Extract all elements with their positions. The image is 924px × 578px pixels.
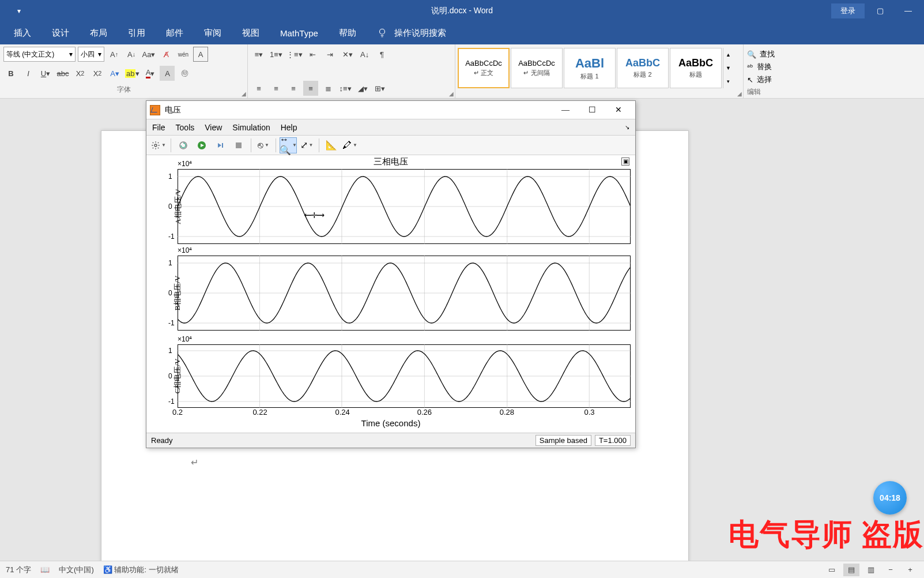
styles-gallery[interactable]: AaBbCcDc↵ 正文 AaBbCcDc↵ 无间隔 AaBl标题 1 AaBb… xyxy=(457,46,742,91)
line-spacing-button[interactable]: ↕≡▾ xyxy=(338,81,353,96)
style-normal[interactable]: AaBbCcDc↵ 正文 xyxy=(458,48,510,88)
tab-design[interactable]: 设计 xyxy=(50,27,71,40)
enclose-characters-button[interactable]: ㊞ xyxy=(177,66,192,81)
underline-button[interactable]: U▾ xyxy=(38,66,53,81)
character-shading-button[interactable]: A xyxy=(160,66,175,81)
cursor-measurements-button[interactable]: 🖍▼ xyxy=(341,137,359,153)
scope-close-button[interactable]: ✕ xyxy=(605,102,632,119)
style-no-spacing[interactable]: AaBbCcDc↵ 无间隔 xyxy=(511,48,563,88)
run-button[interactable] xyxy=(193,137,210,153)
increase-font-button[interactable]: A↑ xyxy=(107,47,122,62)
increase-indent-button[interactable]: ⇥ xyxy=(323,47,338,62)
show-paragraph-marks-button[interactable]: ¶ xyxy=(375,47,390,62)
scope-menu-bar: File Tools View Simulation Help ↘ xyxy=(146,119,635,136)
strikethrough-button[interactable]: abc xyxy=(55,66,70,81)
menu-simulation[interactable]: Simulation xyxy=(232,123,270,132)
text-effects-button[interactable]: A▾ xyxy=(107,66,122,81)
align-right-button[interactable]: ≡ xyxy=(286,81,301,96)
settings-button[interactable]: ▼ xyxy=(150,137,167,153)
svg-point-0 xyxy=(379,29,384,34)
tab-references[interactable]: 引用 xyxy=(126,27,148,40)
web-layout-button[interactable]: ▥ xyxy=(863,564,879,576)
zoom-out-button[interactable]: − xyxy=(882,564,899,576)
step-back-button[interactable] xyxy=(175,137,192,153)
tab-help[interactable]: 帮助 xyxy=(337,27,359,40)
multilevel-list-button[interactable]: ⋮≡▾ xyxy=(286,47,303,62)
font-name-combo[interactable]: 等线 (中文正文)▾ xyxy=(3,47,76,62)
find-button[interactable]: 🔍查找 xyxy=(747,48,786,61)
document-title: 说明.docx - Word xyxy=(431,6,493,16)
collapse-icon[interactable]: ▣ xyxy=(621,157,629,166)
bullets-button[interactable]: ≡▾ xyxy=(251,47,266,62)
accessibility-status[interactable]: ♿ 辅助功能: 一切就绪 xyxy=(103,565,179,575)
subscript-button[interactable]: X2 xyxy=(73,66,88,81)
minimize-button[interactable]: — xyxy=(895,0,921,21)
ytick: 1 xyxy=(168,347,172,355)
align-center-button[interactable]: ≡ xyxy=(269,81,284,96)
tell-me-search[interactable]: 操作说明搜索 xyxy=(375,25,451,41)
language-status[interactable]: 中文(中国) xyxy=(59,565,94,575)
select-button[interactable]: ↖选择 xyxy=(747,73,786,86)
superscript-button[interactable]: X2 xyxy=(90,66,105,81)
character-border-button[interactable]: A xyxy=(193,47,208,62)
menu-tools[interactable]: Tools xyxy=(176,123,195,132)
replace-button[interactable]: ᵃᵇ替换 xyxy=(747,61,786,73)
italic-button[interactable]: I xyxy=(21,66,36,81)
tab-layout[interactable]: 布局 xyxy=(88,27,110,40)
scope-maximize-button[interactable]: ☐ xyxy=(579,102,605,119)
style-title[interactable]: AaBbC标题 xyxy=(670,48,722,88)
spellcheck-icon[interactable]: 📖 xyxy=(40,565,50,574)
justify-button[interactable]: ≡ xyxy=(303,81,318,96)
phonetic-guide-button[interactable]: wén xyxy=(176,47,191,62)
dock-icon[interactable]: ↘ xyxy=(625,124,629,130)
styles-dialog-launcher[interactable]: ◢ xyxy=(737,91,742,97)
scope-minimize-button[interactable]: — xyxy=(552,102,579,119)
clear-formatting-button[interactable]: A̸ xyxy=(159,47,174,62)
print-layout-button[interactable]: ▤ xyxy=(843,564,859,576)
styles-scroll[interactable]: ▲▼▾ xyxy=(723,48,733,88)
trigger-button[interactable]: ⎋▼ xyxy=(255,137,272,153)
menu-view[interactable]: View xyxy=(205,123,222,132)
stop-button[interactable] xyxy=(230,137,247,153)
word-count[interactable]: 71 个字 xyxy=(6,565,31,575)
numbering-button[interactable]: 1≡▾ xyxy=(269,47,284,62)
scope-title-bar[interactable]: 电压 — ☐ ✕ xyxy=(146,101,635,119)
font-color-button[interactable]: A▾ xyxy=(142,66,157,81)
font-dialog-launcher[interactable]: ◢ xyxy=(242,91,246,97)
y-exponent-c: ×10⁴ xyxy=(178,335,192,343)
style-heading2[interactable]: AaBbC标题 2 xyxy=(617,48,669,88)
align-left-button[interactable]: ≡ xyxy=(251,81,266,96)
tab-view[interactable]: 视图 xyxy=(240,27,262,40)
zoom-x-button[interactable]: ↔🔍▼ xyxy=(280,137,297,153)
change-case-button[interactable]: Aa▾ xyxy=(141,47,156,62)
menu-file[interactable]: File xyxy=(152,123,165,132)
tab-insert[interactable]: 插入 xyxy=(12,27,33,40)
tab-review[interactable]: 审阅 xyxy=(202,27,224,40)
bold-button[interactable]: B xyxy=(3,66,18,81)
tab-mailings[interactable]: 邮件 xyxy=(164,27,186,40)
zoom-in-button[interactable]: + xyxy=(902,564,918,576)
paragraph-dialog-launcher[interactable]: ◢ xyxy=(449,91,454,97)
step-forward-button[interactable] xyxy=(212,137,229,153)
decrease-indent-button[interactable]: ⇤ xyxy=(306,47,320,62)
asian-layout-button[interactable]: ✕▾ xyxy=(340,47,355,62)
shading-button[interactable]: ◢▾ xyxy=(355,81,370,96)
font-size-combo[interactable]: 小四▾ xyxy=(78,47,104,62)
read-mode-button[interactable]: ▭ xyxy=(824,564,840,576)
autoscale-button[interactable]: ⤢▼ xyxy=(298,137,315,153)
xtick: 0.24 xyxy=(335,408,349,416)
style-heading1[interactable]: AaBl标题 1 xyxy=(564,48,616,88)
qat-dropdown-icon[interactable]: ▾ xyxy=(17,7,21,15)
ribbon-display-options-icon[interactable]: ▢ xyxy=(867,0,893,21)
login-button[interactable]: 登录 xyxy=(831,3,865,18)
tab-mathtype[interactable]: MathType xyxy=(278,27,320,39)
sort-button[interactable]: A↓ xyxy=(357,47,372,62)
measurements-button[interactable]: 📐 xyxy=(323,137,340,153)
scope-plot-area[interactable]: 三相电压 ▣ ×10⁴ A相电压/V 1 0 -1 ×10⁴ B相电压/V 1 … xyxy=(146,155,635,433)
menu-help[interactable]: Help xyxy=(281,123,297,132)
svg-point-1 xyxy=(154,144,157,147)
borders-button[interactable]: ⊞▾ xyxy=(372,81,387,96)
highlight-button[interactable]: ab▾ xyxy=(125,66,140,81)
decrease-font-button[interactable]: A↓ xyxy=(124,47,139,62)
distributed-button[interactable]: ≣ xyxy=(320,81,335,96)
